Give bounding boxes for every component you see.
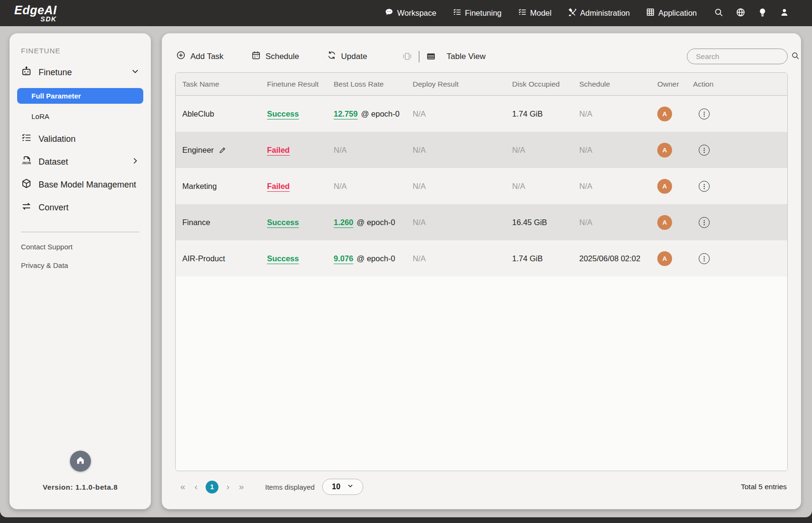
update-label: Update	[341, 52, 367, 61]
next-page-button[interactable]: ›	[221, 482, 235, 492]
table-empty-space	[176, 276, 787, 471]
schedule-button[interactable]: Schedule	[251, 50, 299, 62]
home-icon	[75, 454, 86, 468]
sidebar-subitem-full-parameter[interactable]: Full Parameter	[17, 88, 143, 104]
nav-item-label: Application	[658, 9, 697, 18]
row-actions-button[interactable]: ⋮	[699, 253, 710, 264]
column-header: Task Name	[182, 80, 267, 89]
deploy-result: N/A	[413, 182, 512, 191]
deploy-result: N/A	[413, 218, 512, 227]
finetune-result-link[interactable]: Failed	[267, 146, 290, 154]
list-check-icon	[518, 8, 527, 19]
chat-bubble-icon	[385, 8, 394, 19]
swap-arrows-icon	[21, 201, 32, 214]
disk-occupied: 16.45 GiB	[512, 218, 579, 227]
sidebar-subitem-lora[interactable]: LoRA	[17, 109, 143, 124]
top-navbar: EdgeAI SDK Workspace Finetuning Model Ad…	[0, 0, 812, 26]
finetune-result-link[interactable]: Failed	[267, 182, 290, 190]
best-loss-epoch: @ epoch-0	[361, 109, 399, 118]
lightbulb-icon[interactable]	[758, 8, 767, 19]
row-actions-button[interactable]: ⋮	[699, 109, 710, 119]
search-input[interactable]	[696, 52, 791, 61]
list-check-icon	[21, 132, 32, 146]
add-task-button[interactable]: Add Task	[176, 50, 224, 62]
toolbar: Add Task Schedule Update Table View	[176, 49, 788, 64]
column-header: Finetune Result	[267, 80, 334, 89]
search-icon[interactable]	[714, 8, 723, 19]
sidebar-item-convert[interactable]: Convert	[10, 200, 151, 215]
disk-occupied: 1.74 GiB	[512, 254, 579, 263]
sidebar-link-privacy-data[interactable]: Privacy & Data	[10, 261, 151, 269]
sidebar-item-validation[interactable]: Validation	[10, 132, 151, 146]
deploy-result: N/A	[413, 146, 512, 155]
tasks-table: Task Name Finetune Result Best Loss Rate…	[175, 72, 788, 471]
prev-page-button[interactable]: ‹	[189, 482, 203, 492]
sidebar-item-base-model-management[interactable]: Base Model Management	[10, 178, 151, 192]
nav-item-finetuning[interactable]: Finetuning	[453, 8, 502, 19]
table-row: AbleClub Success 12.759 @ epoch-0 N/A 1.…	[176, 96, 787, 132]
column-header: Action	[693, 80, 787, 89]
sidebar-item-finetune[interactable]: Finetune	[10, 65, 151, 79]
toolbar-divider	[419, 51, 419, 62]
table-row: AIR-Product Success 9.076 @ epoch-0 N/A …	[176, 240, 787, 276]
sidebar-item-label: Dataset	[39, 157, 68, 167]
column-header: Best Loss Rate	[334, 80, 413, 89]
nav-item-workspace[interactable]: Workspace	[385, 8, 436, 19]
column-header: Deploy Result	[413, 80, 512, 89]
nav-icon-group	[714, 8, 789, 19]
best-loss-link[interactable]: 9.076	[334, 254, 353, 263]
first-page-button[interactable]: «	[176, 482, 189, 492]
edit-name-icon[interactable]	[218, 146, 227, 154]
best-loss-link[interactable]: 1.260	[334, 218, 353, 227]
globe-icon[interactable]	[736, 8, 745, 19]
disk-occupied: N/A	[512, 182, 579, 191]
pagination-bar: « ‹ 1 › » Items displayed 10 Total 5 ent…	[175, 477, 788, 496]
task-name: Marketing	[182, 182, 267, 191]
calendar-icon	[251, 50, 261, 62]
card-view-icon[interactable]	[402, 51, 412, 61]
sidebar-subitem-label: Full Parameter	[31, 92, 81, 100]
home-button[interactable]	[70, 451, 91, 472]
table-view-icon[interactable]	[426, 51, 436, 61]
owner-avatar: A	[657, 179, 672, 194]
logo-subtext: SDK	[14, 16, 57, 22]
best-loss-value: N/A	[334, 182, 413, 191]
robot-icon	[21, 66, 32, 79]
sidebar-subitem-label: LoRA	[31, 112, 50, 120]
last-page-button[interactable]: »	[235, 482, 248, 492]
finetune-result-link[interactable]: Success	[267, 109, 299, 118]
finetune-result-link[interactable]: Success	[267, 218, 299, 227]
plus-circle-icon	[176, 50, 186, 62]
update-button[interactable]: Update	[327, 50, 367, 62]
search-icon[interactable]	[791, 51, 800, 62]
app-logo[interactable]: EdgeAI SDK	[14, 4, 57, 22]
schedule-value: N/A	[579, 218, 657, 227]
nav-item-model[interactable]: Model	[518, 8, 552, 19]
row-actions-button[interactable]: ⋮	[699, 217, 710, 228]
user-icon[interactable]	[780, 8, 789, 19]
table-row: Finance Success 1.260 @ epoch-0 N/A 16.4…	[176, 204, 787, 240]
sidebar-link-contact-support[interactable]: Contact Support	[10, 243, 151, 251]
nav-item-label: Model	[530, 9, 552, 18]
sidebar-footer: Version: 1.1.0-beta.8	[10, 451, 151, 509]
task-name: AIR-Product	[182, 254, 267, 263]
page-size-value: 10	[332, 483, 340, 491]
finetune-result-link[interactable]: Success	[267, 254, 299, 263]
nav-item-administration[interactable]: Administration	[568, 8, 630, 19]
page-size-select[interactable]: 10	[322, 479, 363, 495]
nav-item-application[interactable]: Application	[646, 8, 697, 19]
current-page-button[interactable]: 1	[206, 481, 218, 493]
row-actions-button[interactable]: ⋮	[699, 181, 710, 192]
refresh-icon	[327, 50, 337, 62]
column-header: Disk Occupied	[512, 80, 579, 89]
disk-occupied: 1.74 GiB	[512, 109, 579, 118]
best-loss-link[interactable]: 12.759	[334, 109, 357, 118]
deploy-result: N/A	[413, 254, 512, 263]
page-content: FINETUNE Finetune Full Parameter LoRA Va…	[0, 26, 812, 517]
sidebar-item-dataset[interactable]: JSON Dataset	[10, 155, 151, 169]
row-actions-button[interactable]: ⋮	[699, 145, 710, 156]
table-row: Marketing Failed N/A N/A N/A N/A A ⋮	[176, 168, 787, 204]
nav-item-label: Administration	[580, 9, 630, 18]
sidebar-section-title: FINETUNE	[10, 47, 151, 55]
task-name: AbleClub	[182, 109, 267, 118]
